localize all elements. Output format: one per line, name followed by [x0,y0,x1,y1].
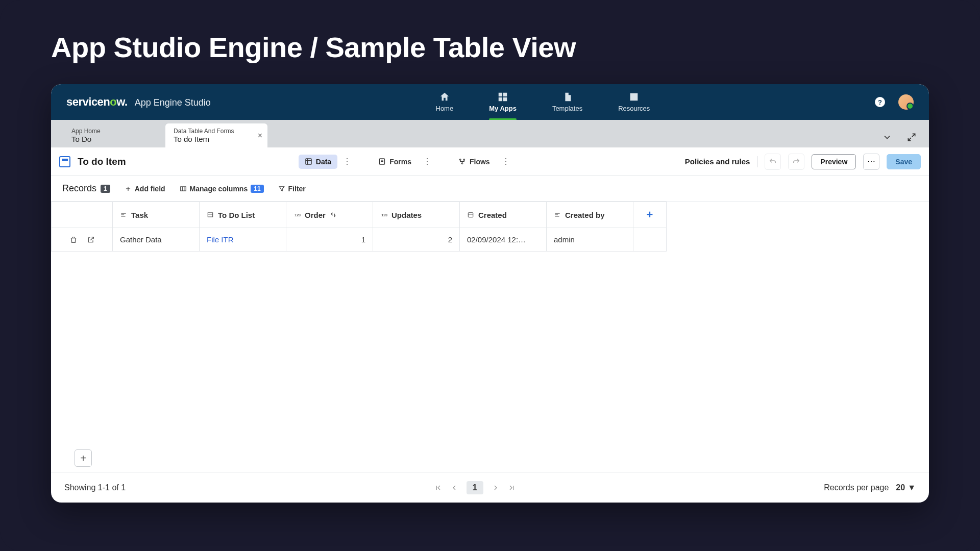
nav-home-label: Home [436,105,454,112]
next-page-button[interactable] [492,484,500,492]
svg-rect-21 [208,213,212,217]
svg-rect-4 [306,159,311,164]
preview-button[interactable]: Preview [812,154,856,169]
undo-icon [769,158,777,166]
date-icon [467,211,474,218]
product-name: App Engine Studio [135,97,211,108]
cell-createdby[interactable]: admin [547,228,633,252]
open-icon[interactable] [87,236,95,244]
view-flows[interactable]: Flows [452,155,496,169]
close-tab-icon[interactable]: × [258,131,262,140]
view-data[interactable]: Data [299,155,337,169]
view-forms-more[interactable]: ⋮ [421,157,434,166]
nav-templates[interactable]: Templates [552,91,582,113]
svg-rect-15 [180,186,186,190]
manage-columns-button[interactable]: Manage columns 11 [180,185,264,193]
view-forms[interactable]: Forms [372,155,418,169]
cell-task[interactable]: Gather Data [113,228,200,252]
num-icon: 123 [380,211,387,218]
data-table: Task To Do List 123Order 123Updates Crea… [51,202,667,252]
svg-point-12 [461,163,463,164]
collapse-icon[interactable] [882,132,892,142]
first-page-button[interactable] [434,484,442,492]
col-todolist[interactable]: To Do List [200,202,286,228]
svg-rect-0 [499,92,502,96]
col-task[interactable]: Task [113,202,200,228]
page-number[interactable]: 1 [467,481,483,494]
manage-columns-badge: 11 [251,185,263,193]
redo-button [788,154,804,170]
showing-text: Showing 1-1 of 1 [64,483,126,492]
ref-icon [207,211,214,218]
table-icon [59,156,70,167]
svg-point-10 [459,159,461,161]
avatar[interactable] [898,94,914,110]
svg-rect-1 [503,92,507,96]
plus-icon: + [641,208,659,221]
flow-icon [458,158,466,165]
toolbar-title: To do Item [78,156,126,167]
col-order[interactable]: 123Order [286,202,373,228]
apps-icon [497,91,508,103]
svg-rect-3 [503,97,507,101]
col-createdby[interactable]: Created by [547,202,633,228]
prev-page-button[interactable] [450,484,458,492]
toolbar: To do Item Data ⋮ Forms ⋮ [51,147,929,176]
svg-text:123: 123 [381,213,387,217]
tab-data-table[interactable]: Data Table And Forms To do Item × [165,123,267,147]
nav-resources[interactable]: Resources [618,91,650,113]
plus-icon [125,185,132,192]
help-button[interactable]: ? [875,97,885,107]
policies-link[interactable]: Policies and rules [685,157,750,166]
svg-rect-2 [499,97,502,101]
view-flows-more[interactable]: ⋮ [499,157,512,166]
slide-title: App Studio Engine / Sample Table View [51,31,929,64]
rpp-label: Records per page [824,483,889,492]
cell-order[interactable]: 1 [286,228,373,252]
filter-button[interactable]: Filter [278,185,306,193]
more-button[interactable]: ⋯ [863,154,879,170]
svg-rect-25 [468,213,473,217]
add-field-button[interactable]: Add field [125,185,165,193]
nav-templates-label: Templates [552,105,582,112]
nav-myapps[interactable]: My Apps [489,91,517,113]
expand-icon[interactable] [906,132,917,142]
cell-updates[interactable]: 2 [373,228,460,252]
cell-created[interactable]: 02/09/2024 12:… [460,228,547,252]
table-row[interactable]: Gather Data File ITR 1 2 02/09/2024 12:…… [52,228,667,252]
view-data-more[interactable]: ⋮ [340,157,354,166]
col-add[interactable]: + [633,202,667,228]
footer: Showing 1-1 of 1 1 Records per page 20 ▼ [51,472,929,503]
nav-center: Home My Apps Templates Resources [211,91,875,113]
col-created[interactable]: Created [460,202,547,228]
nav-myapps-label: My Apps [489,105,517,112]
col-updates[interactable]: 123Updates [373,202,460,228]
columns-icon [180,185,187,192]
cell-empty [633,228,667,252]
add-row-button[interactable]: + [75,449,92,467]
svg-text:123: 123 [295,213,301,217]
last-page-button[interactable] [508,484,516,492]
records-bar: Records 1 Add field Manage columns 11 Fi… [51,176,929,202]
home-icon [439,91,450,103]
separator [757,156,757,167]
tab-data-table-sub: Data Table And Forms [174,128,252,135]
filter-icon [278,185,285,192]
sort-icon [330,211,337,218]
rpp-select[interactable]: 20 ▼ [896,483,916,492]
records-count-badge: 1 [101,185,110,193]
nav-home[interactable]: Home [436,91,454,113]
col-actions [52,202,113,228]
tab-app-home[interactable]: App Home To Do [63,123,165,147]
nav-resources-label: Resources [618,105,650,112]
table-wrap: Task To Do List 123Order 123Updates Crea… [51,202,929,472]
save-button[interactable]: Save [887,154,921,169]
cell-todolist[interactable]: File ITR [200,228,286,252]
brand: servicenow. App Engine Studio [66,95,211,109]
redo-icon [792,158,800,166]
text-icon [554,211,561,218]
delete-icon[interactable] [69,236,78,244]
nav-right: ? [875,94,914,110]
form-icon [378,158,386,165]
top-nav: servicenow. App Engine Studio Home My Ap… [51,84,929,120]
